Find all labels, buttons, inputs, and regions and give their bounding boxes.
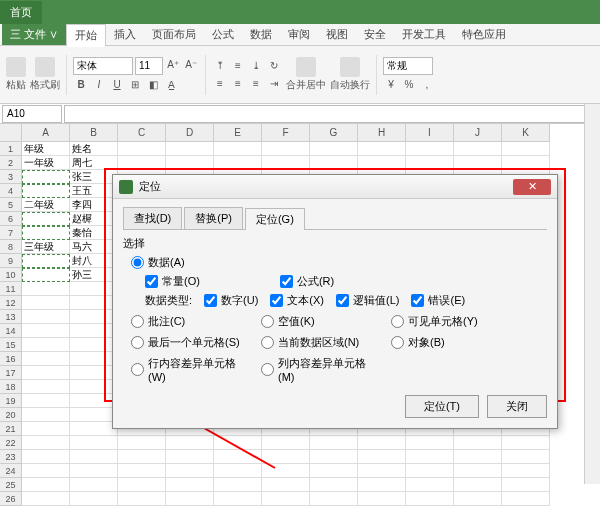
dialog-titlebar[interactable]: 定位 ✕ (113, 175, 557, 199)
cell-J25[interactable] (454, 478, 502, 492)
cell-K2[interactable] (502, 156, 550, 170)
ribbon-tab-dev[interactable]: 开发工具 (394, 24, 454, 45)
font-size-combo[interactable] (135, 57, 163, 75)
cell-J22[interactable] (454, 436, 502, 450)
cell-B15[interactable] (70, 338, 118, 352)
tab-replace[interactable]: 替换(P) (184, 207, 243, 229)
opt-rowdiff[interactable]: 行内容差异单元格(W) (131, 356, 251, 383)
cell-F26[interactable] (262, 492, 310, 506)
cell-C1[interactable] (118, 142, 166, 156)
cell-E26[interactable] (214, 492, 262, 506)
cell-K24[interactable] (502, 464, 550, 478)
row-header-4[interactable]: 4 (0, 184, 22, 198)
cell-A8[interactable]: 三年级 (22, 240, 70, 254)
cell-E2[interactable] (214, 156, 262, 170)
cell-G24[interactable] (310, 464, 358, 478)
right-scrollbar[interactable] (584, 104, 600, 484)
opt-text[interactable]: 文本(X) (270, 293, 324, 308)
format-painter-button[interactable]: 格式刷 (30, 57, 60, 92)
cell-A14[interactable] (22, 324, 70, 338)
align-top-icon[interactable]: ⤒ (212, 58, 228, 74)
row-header-8[interactable]: 8 (0, 240, 22, 254)
number-format-combo[interactable] (383, 57, 433, 75)
name-box[interactable] (2, 105, 62, 123)
row-header-14[interactable]: 14 (0, 324, 22, 338)
paste-button[interactable]: 粘贴 (6, 57, 26, 92)
cell-A13[interactable] (22, 310, 70, 324)
row-header-6[interactable]: 6 (0, 212, 22, 226)
dialog-ok-button[interactable]: 定位(T) (405, 395, 479, 418)
row-header-13[interactable]: 13 (0, 310, 22, 324)
fill-color-icon[interactable]: ◧ (145, 77, 161, 93)
cell-A16[interactable] (22, 352, 70, 366)
cell-G1[interactable] (310, 142, 358, 156)
align-center-icon[interactable]: ≡ (230, 76, 246, 92)
col-header-K[interactable]: K (502, 124, 550, 142)
comma-icon[interactable]: , (419, 77, 435, 93)
cell-C26[interactable] (118, 492, 166, 506)
cell-B10[interactable]: 孙三 (70, 268, 118, 282)
cell-H24[interactable] (358, 464, 406, 478)
cell-J24[interactable] (454, 464, 502, 478)
cell-I2[interactable] (406, 156, 454, 170)
cell-A7[interactable] (22, 226, 70, 240)
cell-B14[interactable] (70, 324, 118, 338)
row-header-26[interactable]: 26 (0, 492, 22, 506)
underline-icon[interactable]: U (109, 77, 125, 93)
cell-A24[interactable] (22, 464, 70, 478)
cell-F25[interactable] (262, 478, 310, 492)
align-right-icon[interactable]: ≡ (248, 76, 264, 92)
cell-B16[interactable] (70, 352, 118, 366)
ribbon-tab-special[interactable]: 特色应用 (454, 24, 514, 45)
cell-B18[interactable] (70, 380, 118, 394)
row-header-1[interactable]: 1 (0, 142, 22, 156)
cell-I25[interactable] (406, 478, 454, 492)
cell-I23[interactable] (406, 450, 454, 464)
ribbon-tab-start[interactable]: 开始 (66, 24, 106, 47)
row-header-3[interactable]: 3 (0, 170, 22, 184)
cell-B5[interactable]: 李四 (70, 198, 118, 212)
cell-G23[interactable] (310, 450, 358, 464)
cell-A2[interactable]: 一年级 (22, 156, 70, 170)
cell-A12[interactable] (22, 296, 70, 310)
row-header-9[interactable]: 9 (0, 254, 22, 268)
dialog-close-button[interactable]: ✕ (513, 179, 551, 195)
cell-B7[interactable]: 秦怡 (70, 226, 118, 240)
align-left-icon[interactable]: ≡ (212, 76, 228, 92)
col-header-J[interactable]: J (454, 124, 502, 142)
cell-A1[interactable]: 年级 (22, 142, 70, 156)
cell-D25[interactable] (166, 478, 214, 492)
cell-B13[interactable] (70, 310, 118, 324)
cell-H1[interactable] (358, 142, 406, 156)
cell-B25[interactable] (70, 478, 118, 492)
cell-C2[interactable] (118, 156, 166, 170)
cell-B11[interactable] (70, 282, 118, 296)
cell-C25[interactable] (118, 478, 166, 492)
cell-A10[interactable] (22, 268, 70, 282)
cell-D1[interactable] (166, 142, 214, 156)
row-header-22[interactable]: 22 (0, 436, 22, 450)
cell-B17[interactable] (70, 366, 118, 380)
cell-B26[interactable] (70, 492, 118, 506)
cell-B9[interactable]: 封八 (70, 254, 118, 268)
cell-A18[interactable] (22, 380, 70, 394)
opt-data[interactable]: 数据(A) (131, 255, 547, 270)
cell-I24[interactable] (406, 464, 454, 478)
cell-I26[interactable] (406, 492, 454, 506)
opt-region[interactable]: 当前数据区域(N) (261, 335, 381, 350)
cell-B2[interactable]: 周七 (70, 156, 118, 170)
ribbon-tab-formula[interactable]: 公式 (204, 24, 242, 45)
cell-G25[interactable] (310, 478, 358, 492)
decrease-font-icon[interactable]: A⁻ (183, 57, 199, 73)
col-header-A[interactable]: A (22, 124, 70, 142)
bold-icon[interactable]: B (73, 77, 89, 93)
cell-F2[interactable] (262, 156, 310, 170)
row-header-10[interactable]: 10 (0, 268, 22, 282)
row-header-18[interactable]: 18 (0, 380, 22, 394)
cell-B3[interactable]: 张三 (70, 170, 118, 184)
row-header-7[interactable]: 7 (0, 226, 22, 240)
cell-A23[interactable] (22, 450, 70, 464)
cell-A19[interactable] (22, 394, 70, 408)
cell-K26[interactable] (502, 492, 550, 506)
cell-E1[interactable] (214, 142, 262, 156)
